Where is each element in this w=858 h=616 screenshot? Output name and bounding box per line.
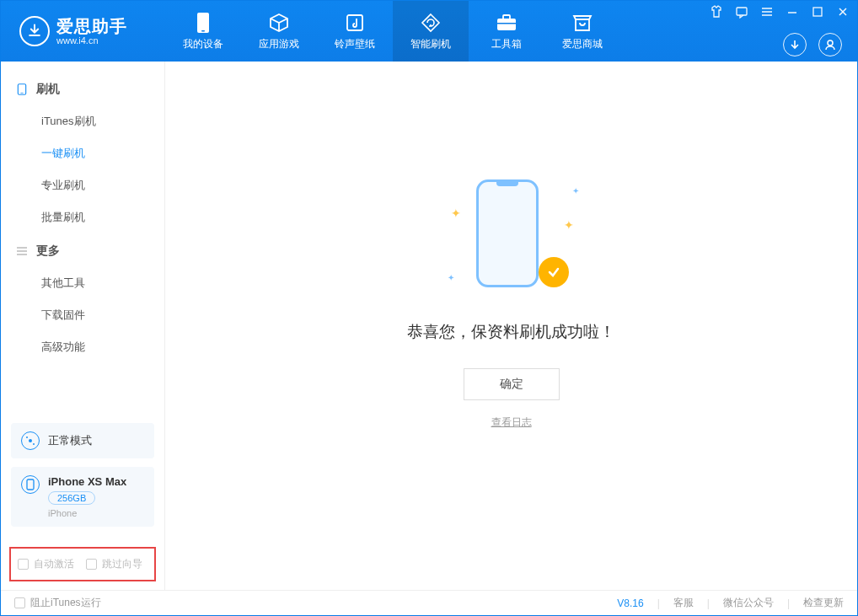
flash-options-box: 自动激活 跳过向导 — [9, 547, 156, 581]
sidebar-item-download-firmware[interactable]: 下载固件 — [1, 299, 164, 331]
sidebar-item-pro-flash[interactable]: 专业刷机 — [1, 169, 164, 201]
sidebar: 刷机 iTunes刷机 一键刷机 专业刷机 批量刷机 更多 其他工具 下载固件 … — [1, 62, 165, 590]
window-controls — [709, 4, 850, 19]
sidebar-item-itunes-flash[interactable]: iTunes刷机 — [1, 105, 164, 137]
title-bar: 爱思助手 www.i4.cn 我的设备 应用游戏 铃声壁纸 智能刷机 工具箱 爱… — [1, 1, 857, 62]
device-mode-card[interactable]: 正常模式 — [11, 423, 154, 458]
nav-tab-label: 工具箱 — [491, 37, 522, 51]
skin-icon[interactable] — [709, 4, 724, 19]
device-capacity: 256GB — [48, 491, 95, 505]
svg-point-8 — [828, 40, 833, 46]
checkbox-icon — [14, 597, 25, 608]
close-icon[interactable] — [835, 4, 850, 19]
checkbox-icon — [86, 559, 97, 570]
device-phone-icon — [21, 475, 40, 494]
app-title: 爱思助手 — [56, 17, 127, 35]
feedback-icon[interactable] — [734, 4, 749, 19]
phone-illustration-icon — [476, 179, 539, 287]
svg-rect-2 — [347, 15, 362, 30]
svg-rect-5 — [497, 23, 516, 24]
toolbox-icon — [496, 12, 517, 34]
list-icon — [16, 245, 28, 257]
version-label: V8.16 — [617, 597, 643, 609]
checkbox-skip-wizard[interactable]: 跳过向导 — [86, 557, 142, 571]
refresh-icon — [420, 12, 442, 34]
footer-link-support[interactable]: 客服 — [673, 596, 694, 610]
nav-tab-toolbox[interactable]: 工具箱 — [469, 1, 544, 62]
nav-tab-label: 智能刷机 — [410, 37, 451, 51]
app-subtitle: www.i4.cn — [56, 35, 127, 46]
sidebar-item-other-tools[interactable]: 其他工具 — [1, 267, 164, 299]
logo-icon — [19, 16, 50, 46]
download-manager-icon[interactable] — [783, 33, 807, 56]
sparkle-icon: ✦ — [572, 186, 579, 196]
sidebar-item-advanced[interactable]: 高级功能 — [1, 331, 164, 363]
svg-rect-7 — [813, 8, 822, 16]
svg-rect-3 — [497, 19, 516, 30]
cube-icon — [268, 12, 290, 34]
store-icon — [571, 12, 593, 34]
nav-tabs: 我的设备 应用游戏 铃声壁纸 智能刷机 工具箱 爱思商城 — [165, 1, 620, 62]
status-bar: 阻止iTunes运行 V8.16 | 客服 | 微信公众号 | 检查更新 — [1, 590, 857, 615]
svg-rect-0 — [197, 13, 209, 33]
mode-icon — [21, 431, 40, 450]
success-message: 恭喜您，保资料刷机成功啦！ — [407, 321, 615, 343]
app-logo: 爱思助手 www.i4.cn — [1, 16, 165, 46]
check-badge-icon — [539, 257, 569, 287]
svg-rect-4 — [503, 15, 510, 19]
nav-tab-label: 铃声壁纸 — [335, 37, 375, 51]
sidebar-heading-flash: 刷机 — [1, 77, 164, 105]
device-mode-label: 正常模式 — [48, 433, 92, 448]
view-log-link[interactable]: 查看日志 — [491, 415, 532, 430]
device-type: iPhone — [48, 508, 126, 518]
nav-tab-flash[interactable]: 智能刷机 — [393, 1, 469, 62]
sidebar-item-batch-flash[interactable]: 批量刷机 — [1, 201, 164, 233]
device-icon — [192, 12, 214, 34]
nav-tab-apps[interactable]: 应用游戏 — [241, 1, 317, 62]
checkbox-icon — [18, 559, 29, 570]
user-icon[interactable] — [818, 33, 842, 56]
sparkle-icon: ✦ — [451, 206, 461, 220]
svg-rect-10 — [20, 93, 23, 94]
sparkle-icon: ✦ — [448, 273, 454, 282]
success-illustration: ✦ ✦ ✦ ✦ — [444, 171, 579, 297]
nav-tab-store[interactable]: 爱思商城 — [544, 1, 620, 62]
maximize-icon[interactable] — [810, 4, 825, 19]
sidebar-heading-more: 更多 — [1, 238, 164, 267]
svg-rect-6 — [737, 8, 747, 15]
checkbox-auto-activate[interactable]: 自动激活 — [18, 557, 74, 571]
menu-icon[interactable] — [759, 4, 775, 19]
svg-point-12 — [26, 437, 28, 438]
nav-tab-label: 应用游戏 — [259, 37, 299, 51]
nav-tab-label: 爱思商城 — [562, 37, 603, 51]
footer-link-wechat[interactable]: 微信公众号 — [723, 596, 774, 610]
ok-button[interactable]: 确定 — [464, 368, 560, 400]
sparkle-icon: ✦ — [564, 218, 574, 232]
nav-tab-ringtones[interactable]: 铃声壁纸 — [317, 1, 393, 62]
main-content: ✦ ✦ ✦ ✦ 恭喜您，保资料刷机成功啦！ 确定 查看日志 — [165, 62, 857, 590]
svg-rect-1 — [201, 30, 205, 32]
nav-tab-label: 我的设备 — [183, 37, 223, 51]
svg-point-13 — [33, 443, 35, 445]
sidebar-item-onekey-flash[interactable]: 一键刷机 — [1, 137, 164, 169]
device-name: iPhone XS Max — [48, 475, 126, 488]
minimize-icon[interactable] — [785, 4, 800, 19]
device-info-card[interactable]: iPhone XS Max 256GB iPhone — [11, 467, 154, 527]
music-icon — [344, 12, 366, 34]
phone-icon — [16, 83, 28, 95]
footer-link-update[interactable]: 检查更新 — [803, 596, 844, 610]
svg-rect-14 — [27, 479, 34, 490]
nav-tab-device[interactable]: 我的设备 — [165, 1, 241, 62]
checkbox-block-itunes[interactable]: 阻止iTunes运行 — [14, 596, 101, 610]
header-actions — [783, 33, 842, 56]
svg-point-11 — [29, 439, 32, 442]
